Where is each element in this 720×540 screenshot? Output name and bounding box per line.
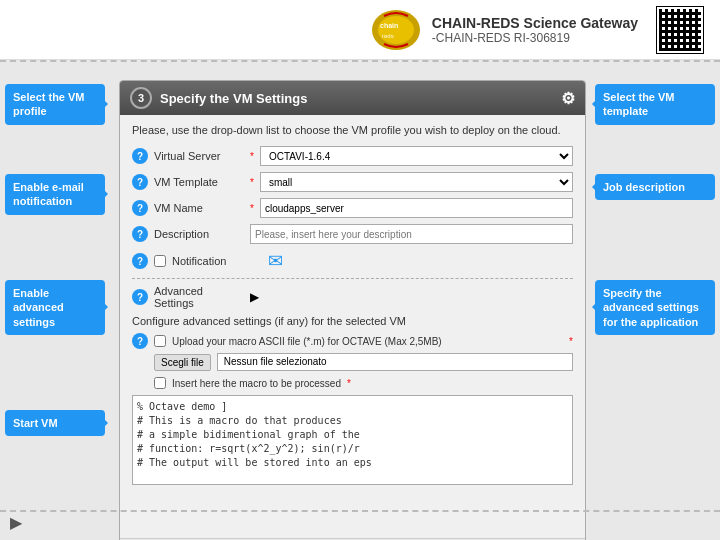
code-line-5: # The output will be stored into an eps	[137, 456, 568, 470]
bottom-nav-arrow[interactable]: ▶	[10, 513, 22, 532]
file-choose-button[interactable]: Scegli file	[154, 354, 211, 371]
annotation-job-description: Job description	[595, 174, 715, 200]
vm-name-help-icon[interactable]: ?	[132, 200, 148, 216]
vm-template-help-icon[interactable]: ?	[132, 174, 148, 190]
description-help-icon[interactable]: ?	[132, 226, 148, 242]
header-title: CHAIN-REDS Science Gateway	[432, 15, 638, 31]
advanced-section-title: Configure advanced settings (if any) for…	[132, 315, 573, 327]
bottom-separator	[0, 510, 720, 512]
code-line-1: % Octave demo ]	[137, 400, 568, 414]
qr-code	[656, 6, 704, 54]
code-line-2: # This is a macro do that produces	[137, 414, 568, 428]
svg-point-1	[378, 16, 414, 44]
vm-template-label: VM Template	[154, 176, 244, 188]
annotation-advanced-settings: Enable advanced settings	[5, 280, 105, 335]
virtual-server-help-icon[interactable]: ?	[132, 148, 148, 164]
notification-help-icon[interactable]: ?	[132, 253, 148, 269]
svg-text:chain: chain	[380, 22, 398, 29]
description-label: Description	[154, 228, 244, 240]
logo-area: chain reds CHAIN-REDS Science Gateway -C…	[370, 6, 704, 54]
virtual-server-select[interactable]: OCTAVI-1.6.4	[260, 146, 573, 166]
upload-help-icon[interactable]: ?	[132, 333, 148, 349]
dialog-description: Please, use the drop-down list to choose…	[132, 123, 573, 138]
upload-label: Upload your macro ASCII file (*.m) for O…	[172, 336, 563, 347]
annotation-email-notification: Enable e-mail notification	[5, 174, 105, 215]
header: chain reds CHAIN-REDS Science Gateway -C…	[0, 0, 720, 60]
vm-name-row: ? VM Name *	[132, 198, 573, 218]
code-editor[interactable]: % Octave demo ] # This is a macro do tha…	[132, 395, 573, 485]
notification-email-icon: ✉	[268, 250, 283, 272]
annotation-start-vm: Start VM	[5, 410, 105, 436]
divider-1	[132, 278, 573, 279]
vm-name-required: *	[250, 203, 254, 214]
vm-template-row: ? VM Template * small	[132, 172, 573, 192]
header-text-block: CHAIN-REDS Science Gateway -CHAIN-REDS R…	[432, 15, 638, 45]
dialog-titlebar: 3 Specify the VM Settings ⚙	[120, 81, 585, 115]
macro-required: *	[347, 378, 351, 389]
dialog-wrapper: 3 Specify the VM Settings ⚙ Please, use …	[115, 62, 590, 540]
annotation-vm-profile: Select the VM profile	[5, 84, 105, 125]
right-annotations: Select the VM template Job description S…	[590, 62, 720, 540]
virtual-server-required: *	[250, 151, 254, 162]
file-name-display: Nessun file selezionato	[217, 353, 573, 371]
chain-reds-logo: chain reds	[370, 8, 422, 52]
prev-arrow-icon: ▶	[10, 514, 22, 531]
left-annotations: Select the VM profile Enable e-mail noti…	[0, 62, 115, 540]
notification-label: Notification	[172, 255, 262, 267]
notification-row: ? Notification ✉	[132, 250, 573, 272]
advanced-settings-label: Advanced Settings	[154, 285, 244, 309]
notification-checkbox[interactable]	[154, 255, 166, 267]
description-row: ? Description	[132, 224, 573, 244]
virtual-server-label: Virtual Server	[154, 150, 244, 162]
vm-template-select[interactable]: small	[260, 172, 573, 192]
upload-required: *	[569, 336, 573, 347]
advanced-help-icon[interactable]: ?	[132, 289, 148, 305]
vm-name-label: VM Name	[154, 202, 244, 214]
advanced-settings-row: ? Advanced Settings ▶	[132, 285, 573, 309]
vm-name-input[interactable]	[260, 198, 573, 218]
main-container: Select the VM profile Enable e-mail noti…	[0, 62, 720, 540]
vm-settings-dialog: 3 Specify the VM Settings ⚙ Please, use …	[119, 80, 586, 540]
macro-checkbox-row: Insert here the macro to be processed *	[132, 377, 573, 389]
svg-text:reds: reds	[382, 33, 394, 39]
macro-checkbox[interactable]	[154, 377, 166, 389]
dialog-title: Specify the VM Settings	[160, 91, 307, 106]
description-input[interactable]	[250, 224, 573, 244]
header-subtitle: -CHAIN-REDS RI-306819	[432, 31, 638, 45]
step-badge: 3	[130, 87, 152, 109]
macro-label: Insert here the macro to be processed	[172, 378, 341, 389]
advanced-expand-icon[interactable]: ▶	[250, 290, 259, 304]
virtual-server-row: ? Virtual Server * OCTAVI-1.6.4	[132, 146, 573, 166]
code-line-4: # function: r=sqrt(x^2_y^2); sin(r)/r	[137, 442, 568, 456]
annotation-vm-template: Select the VM template	[595, 84, 715, 125]
file-chooser-row: Scegli file Nessun file selezionato	[154, 353, 573, 371]
vm-template-required: *	[250, 177, 254, 188]
code-line-3: # a simple bidimentional graph of the	[137, 428, 568, 442]
gear-icon: ⚙	[561, 89, 575, 108]
dialog-body: Please, use the drop-down list to choose…	[120, 115, 585, 538]
upload-checkbox[interactable]	[154, 335, 166, 347]
upload-row: ? Upload your macro ASCII file (*.m) for…	[132, 333, 573, 349]
annotation-specify-advanced: Specify the advanced settings for the ap…	[595, 280, 715, 335]
